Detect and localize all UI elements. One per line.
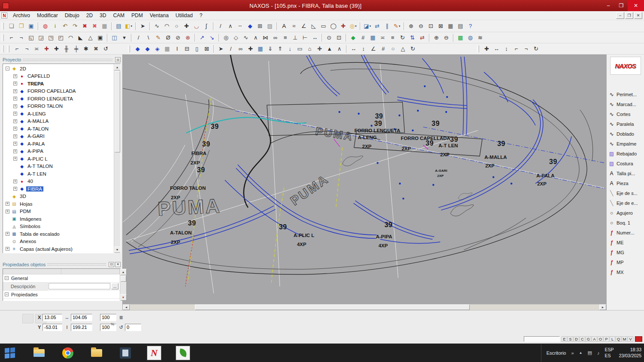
- tree-item-a-t-talon[interactable]: ◆A-T TALON: [3, 163, 114, 170]
- info-button[interactable]: i: [50, 21, 60, 31]
- fillet-arc-button[interactable]: ◠: [66, 33, 76, 43]
- rail-horizontal-button[interactable]: ╪: [71, 44, 81, 54]
- guide-corner-left-button[interactable]: ⌐: [12, 44, 22, 54]
- select-arrow-button[interactable]: ➤: [138, 21, 148, 31]
- menu-item-modificar[interactable]: Modificar: [33, 12, 61, 19]
- snap-target-button[interactable]: ◎▾: [348, 21, 358, 31]
- measure-line-button[interactable]: /: [226, 44, 236, 54]
- view-corner-right-button[interactable]: ¬: [521, 44, 531, 54]
- pan-view-button[interactable]: ✚: [482, 44, 492, 54]
- duplicate-button[interactable]: ◫: [109, 33, 119, 43]
- edit-nodes-button[interactable]: ◇: [231, 33, 241, 43]
- offset-lines-button[interactable]: ≡: [280, 33, 290, 43]
- clock[interactable]: 18:33 23/03/2025: [619, 347, 641, 358]
- rotation-input[interactable]: [125, 324, 141, 331]
- flip-horizontal-button[interactable]: ⇄: [417, 33, 427, 43]
- guide-corner-right-button[interactable]: ¬: [22, 44, 32, 54]
- keyboard-button[interactable]: ▦: [446, 21, 456, 31]
- measure-angle-button[interactable]: ∠: [299, 21, 309, 31]
- dimension-vertical-button[interactable]: ↕: [358, 44, 368, 54]
- hatch-fill-button[interactable]: ▨: [265, 21, 275, 31]
- taskbar-naxos-button[interactable]: N: [147, 346, 161, 360]
- description-input[interactable]: [49, 283, 110, 289]
- expand-icon[interactable]: +: [6, 202, 9, 206]
- join-curves-button[interactable]: ∞: [270, 33, 280, 43]
- expand-icon[interactable]: +: [13, 179, 17, 183]
- redraw-button[interactable]: ↻: [531, 44, 541, 54]
- draw-line-button[interactable]: /: [216, 21, 225, 31]
- tree-item-a-pipa[interactable]: +◆A-PIPA: [3, 148, 114, 155]
- zoom-out-button[interactable]: ⊖: [416, 21, 426, 31]
- expand-icon[interactable]: +: [13, 127, 17, 131]
- stamp-box-button[interactable]: ▣: [95, 33, 105, 43]
- tree-item-a-t-len[interactable]: ◆A-T LEN: [3, 170, 114, 178]
- erase-segment-button[interactable]: ⊗: [183, 33, 193, 43]
- tree-item-hojas[interactable]: +▤Hojas: [3, 200, 114, 208]
- mdi-close-button[interactable]: ✕: [634, 12, 642, 19]
- circle-mark-button[interactable]: ○: [388, 44, 398, 54]
- desktop-toggle[interactable]: Escritorio: [547, 350, 566, 356]
- wave-stack-button[interactable]: ≋: [475, 33, 485, 43]
- description-more-button[interactable]: ...: [111, 283, 118, 289]
- move-node-button[interactable]: ✚: [182, 21, 191, 31]
- menu-item-ventana[interactable]: Ventana: [146, 12, 172, 19]
- diameter-button[interactable]: Ø: [163, 33, 173, 43]
- properties-section-row[interactable]: − Propiedades: [3, 291, 120, 299]
- draw-curve-button[interactable]: ∿: [152, 21, 162, 31]
- tool-rebajado[interactable]: ▨Rebajado: [607, 149, 644, 158]
- draw-polyline-button[interactable]: ∧: [225, 21, 235, 31]
- axes-cross-button[interactable]: ✚: [338, 21, 348, 31]
- tool-costura[interactable]: ▨Costura: [607, 158, 644, 168]
- tree-item-a-plic-l[interactable]: +◆A-PLIC L: [3, 155, 114, 163]
- tree-item-3d[interactable]: ◆3D: [3, 193, 114, 201]
- smooth-curve-button[interactable]: ∿: [241, 33, 251, 43]
- chevron-label[interactable]: »: [571, 350, 574, 356]
- corner-round-button[interactable]: ◲: [36, 33, 46, 43]
- tree-item-tabla-de-escalado[interactable]: +▦Tabla de escalado: [3, 230, 114, 238]
- line-slash-button[interactable]: /: [134, 33, 143, 43]
- status-button-1[interactable]: [22, 314, 33, 323]
- scroll-thumb[interactable]: [121, 276, 126, 282]
- canvas-horizontal-scrollbar[interactable]: ◄ ►: [123, 304, 606, 310]
- snap-center-button[interactable]: ◎: [221, 33, 231, 43]
- help-button[interactable]: ?: [465, 21, 475, 31]
- tray-pen-icon[interactable]: ▤: [588, 350, 592, 356]
- empty-box-button[interactable]: ▯: [192, 44, 202, 54]
- tool-perimet[interactable]: ∿Perimet...: [607, 89, 644, 99]
- close-box-button[interactable]: ⊠: [202, 44, 212, 54]
- tool-mx[interactable]: ƒMX: [607, 267, 644, 277]
- expand-icon[interactable]: +: [6, 210, 9, 213]
- print-button[interactable]: ▤: [456, 21, 465, 31]
- taskbar-explorer-button[interactable]: [32, 346, 46, 360]
- piece-select-button[interactable]: ◆: [133, 44, 143, 54]
- corner-left-button[interactable]: ⌐: [6, 33, 16, 43]
- pencil-button[interactable]: ✎: [153, 33, 163, 43]
- tree-item-a-talon[interactable]: +◆A-TALON: [3, 125, 114, 133]
- expand-icon[interactable]: +: [13, 104, 17, 108]
- measure-triangle-button[interactable]: ◺: [309, 21, 319, 31]
- height-input[interactable]: [71, 324, 92, 331]
- tree-item-anexos[interactable]: ⊙Anexos: [3, 238, 114, 246]
- expand-icon[interactable]: +: [13, 89, 17, 93]
- expand-icon[interactable]: +: [13, 157, 17, 161]
- scroll-left-icon[interactable]: ◄: [123, 304, 130, 310]
- draw-circle-button[interactable]: ○: [172, 21, 182, 31]
- corner-right-button[interactable]: ¬: [16, 33, 26, 43]
- x-coordinate-input[interactable]: [43, 314, 62, 321]
- triangle-mark-button[interactable]: △: [398, 44, 408, 54]
- collapse-icon[interactable]: −: [5, 292, 9, 296]
- magnify-plus-button[interactable]: ⊕: [431, 33, 441, 43]
- chevron-down-icon[interactable]: ▾: [399, 24, 401, 28]
- home-view-button[interactable]: ⌂: [305, 44, 315, 54]
- restore-button[interactable]: ❐: [615, 0, 628, 11]
- spline-button[interactable]: ∫: [201, 21, 211, 31]
- pick-arrow-button[interactable]: ➤: [216, 44, 226, 54]
- minimize-button[interactable]: –: [602, 0, 615, 11]
- taskbar-chrome-button[interactable]: [61, 346, 75, 360]
- perpendicular-button[interactable]: ⊥: [290, 33, 300, 43]
- horizontal-scroll-thumb[interactable]: [195, 304, 470, 310]
- palette-button[interactable]: ▩: [456, 33, 465, 43]
- tree-item-forro-lengueta[interactable]: +◆FORRO LENGUETA: [3, 95, 114, 103]
- tool-pieza[interactable]: APieza: [607, 178, 644, 188]
- collapse-box-button[interactable]: ⊟: [182, 44, 192, 54]
